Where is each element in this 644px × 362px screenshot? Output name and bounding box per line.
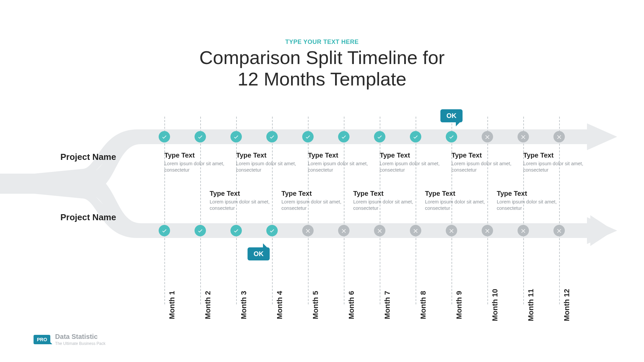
ok-bubble-top: OK xyxy=(440,109,463,122)
block-body: Lorem ipsum dolor sit amet, consectetur xyxy=(281,199,345,212)
block-title: Type Text xyxy=(451,152,515,159)
month-label: Month 1 xyxy=(168,291,176,319)
bottom-text-block: Type TextLorem ipsum dolor sit amet, con… xyxy=(497,190,560,212)
check-icon xyxy=(266,225,278,236)
month-label: Month 5 xyxy=(311,291,320,319)
brand: PRO Data Statistic The Ultimate Business… xyxy=(34,333,105,346)
block-title: Type Text xyxy=(281,190,345,197)
check-icon xyxy=(374,131,385,142)
x-icon xyxy=(446,225,457,236)
block-body: Lorem ipsum dolor sit amet, consectetur xyxy=(236,161,300,173)
brand-badge: PRO xyxy=(34,335,50,344)
month-label: Month 7 xyxy=(383,291,392,319)
check-icon xyxy=(159,131,170,142)
block-body: Lorem ipsum dolor sit amet, consectetur xyxy=(210,199,273,212)
svg-marker-2 xyxy=(587,123,617,150)
x-icon xyxy=(410,225,421,236)
block-title: Type Text xyxy=(236,152,300,159)
x-icon xyxy=(374,225,385,236)
check-icon xyxy=(266,131,278,142)
project-name-top: Project Name xyxy=(60,152,116,162)
month-label: Month 11 xyxy=(527,289,535,321)
month-label: Month 12 xyxy=(562,289,571,321)
month-label: Month 4 xyxy=(275,291,284,319)
title-line-1: Comparison Split Timeline for xyxy=(199,47,444,68)
eyebrow: TYPE YOUR TEXT HERE xyxy=(0,39,644,46)
check-icon xyxy=(195,131,206,142)
block-body: Lorem ipsum dolor sit amet, consectetur xyxy=(380,161,443,173)
x-icon xyxy=(518,225,529,236)
x-icon xyxy=(482,131,493,142)
block-body: Lorem ipsum dolor sit amet, consectetur xyxy=(164,161,228,173)
bottom-text-block: Type TextLorem ipsum dolor sit amet, con… xyxy=(425,190,489,212)
block-title: Type Text xyxy=(308,152,372,159)
block-title: Type Text xyxy=(164,152,228,159)
month-label: Month 3 xyxy=(239,291,248,319)
guideline xyxy=(200,117,201,304)
title-line-2: 12 Months Template xyxy=(237,68,406,89)
block-title: Type Text xyxy=(425,190,489,197)
check-icon xyxy=(410,131,421,142)
bottom-text-block: Type TextLorem ipsum dolor sit amet, con… xyxy=(353,190,417,212)
month-label: Month 9 xyxy=(455,291,464,319)
top-text-block: Type TextLorem ipsum dolor sit amet, con… xyxy=(380,152,443,173)
check-icon xyxy=(195,225,206,236)
project-name-bottom: Project Name xyxy=(60,212,116,223)
block-title: Type Text xyxy=(380,152,443,159)
guideline xyxy=(164,117,165,304)
month-label: Month 8 xyxy=(419,291,428,319)
x-icon xyxy=(553,225,565,236)
check-icon xyxy=(302,131,314,142)
check-icon xyxy=(338,131,350,142)
block-body: Lorem ipsum dolor sit amet, consectetur xyxy=(308,161,372,173)
page-title: Comparison Split Timeline for 12 Months … xyxy=(0,47,644,90)
x-icon xyxy=(553,131,565,142)
bottom-text-block: Type TextLorem ipsum dolor sit amet, con… xyxy=(281,190,345,212)
block-title: Type Text xyxy=(497,190,560,197)
ok-bubble-bottom: OK xyxy=(248,247,270,260)
brand-name: Data Statistic xyxy=(55,333,105,341)
check-icon xyxy=(230,225,242,236)
top-text-block: Type TextLorem ipsum dolor sit amet, con… xyxy=(451,152,515,173)
top-text-block: Type TextLorem ipsum dolor sit amet, con… xyxy=(308,152,372,173)
month-label: Month 6 xyxy=(347,291,356,319)
check-icon xyxy=(159,225,170,236)
block-body: Lorem ipsum dolor sit amet, consectetur xyxy=(451,161,515,173)
top-text-block: Type TextLorem ipsum dolor sit amet, con… xyxy=(236,152,300,173)
check-icon xyxy=(230,131,242,142)
month-label: Month 2 xyxy=(204,291,212,319)
x-icon xyxy=(518,131,529,142)
svg-rect-4 xyxy=(0,174,86,194)
block-body: Lorem ipsum dolor sit amet, consectetur xyxy=(523,161,587,173)
block-title: Type Text xyxy=(523,152,587,159)
x-icon xyxy=(302,225,314,236)
block-body: Lorem ipsum dolor sit amet, consectetur xyxy=(425,199,489,212)
block-title: Type Text xyxy=(353,190,417,197)
x-icon xyxy=(338,225,350,236)
block-body: Lorem ipsum dolor sit amet, consectetur xyxy=(353,199,417,212)
block-body: Lorem ipsum dolor sit amet, consectetur xyxy=(497,199,560,212)
block-title: Type Text xyxy=(210,190,273,197)
top-text-block: Type TextLorem ipsum dolor sit amet, con… xyxy=(164,152,228,173)
bottom-text-block: Type TextLorem ipsum dolor sit amet, con… xyxy=(210,190,273,212)
slide: TYPE YOUR TEXT HERE Comparison Split Tim… xyxy=(0,0,644,362)
x-icon xyxy=(482,225,493,236)
svg-marker-3 xyxy=(587,217,617,244)
top-text-block: Type TextLorem ipsum dolor sit amet, con… xyxy=(523,152,587,173)
check-icon xyxy=(446,131,457,142)
month-label: Month 10 xyxy=(491,289,499,321)
brand-tagline: The Ultimate Business Pack xyxy=(55,341,105,346)
